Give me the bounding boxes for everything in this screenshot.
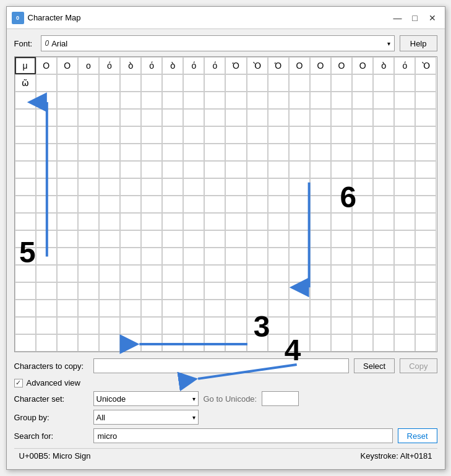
char-cell[interactable] bbox=[162, 265, 183, 282]
char-cell[interactable] bbox=[57, 144, 78, 161]
char-cell[interactable] bbox=[141, 74, 162, 92]
char-cell[interactable] bbox=[247, 317, 268, 334]
char-cell[interactable]: ό bbox=[183, 57, 204, 74]
char-cell[interactable] bbox=[183, 265, 204, 282]
char-cell[interactable] bbox=[120, 92, 141, 109]
char-cell[interactable] bbox=[352, 230, 373, 248]
char-cell[interactable] bbox=[415, 282, 436, 300]
char-cell[interactable] bbox=[15, 213, 36, 230]
char-cell[interactable]: ό bbox=[99, 57, 120, 74]
char-cell[interactable] bbox=[373, 92, 394, 109]
char-cell[interactable] bbox=[352, 178, 373, 196]
maximize-button[interactable]: □ bbox=[408, 11, 423, 25]
char-cell[interactable] bbox=[310, 196, 331, 213]
char-cell[interactable] bbox=[57, 317, 78, 334]
char-cell[interactable] bbox=[373, 196, 394, 213]
char-cell[interactable] bbox=[162, 230, 183, 248]
char-cell[interactable] bbox=[183, 230, 204, 248]
char-cell[interactable]: μ bbox=[15, 57, 36, 74]
char-cell[interactable] bbox=[331, 248, 352, 265]
char-cell[interactable] bbox=[268, 161, 289, 178]
char-cell[interactable]: Ο bbox=[36, 57, 57, 74]
char-cell[interactable] bbox=[120, 144, 141, 161]
char-cell[interactable] bbox=[183, 126, 204, 144]
char-cell[interactable] bbox=[247, 144, 268, 161]
char-cell[interactable] bbox=[78, 196, 99, 213]
char-cell[interactable] bbox=[373, 248, 394, 265]
char-cell[interactable]: ό bbox=[394, 57, 415, 74]
char-cell[interactable] bbox=[225, 265, 246, 282]
char-cell[interactable] bbox=[247, 178, 268, 196]
char-cell[interactable]: ό bbox=[204, 57, 225, 74]
group-by-dropdown[interactable]: All ▾ bbox=[93, 410, 199, 425]
char-cell[interactable] bbox=[204, 126, 225, 144]
char-cell[interactable] bbox=[415, 196, 436, 213]
advanced-view-checkbox[interactable]: ✓ bbox=[14, 379, 23, 387]
char-cell[interactable] bbox=[225, 230, 246, 248]
char-cell[interactable] bbox=[99, 196, 120, 213]
char-cell[interactable] bbox=[331, 334, 352, 352]
char-cell[interactable] bbox=[247, 334, 268, 352]
char-cell[interactable] bbox=[204, 265, 225, 282]
char-cell[interactable] bbox=[141, 317, 162, 334]
char-cell[interactable] bbox=[247, 109, 268, 126]
char-cell[interactable] bbox=[415, 334, 436, 352]
char-cell[interactable] bbox=[331, 161, 352, 178]
char-cell[interactable] bbox=[331, 265, 352, 282]
char-cell[interactable] bbox=[204, 248, 225, 265]
char-cell[interactable] bbox=[183, 213, 204, 230]
char-cell[interactable] bbox=[183, 282, 204, 300]
char-cell[interactable] bbox=[183, 178, 204, 196]
char-cell[interactable] bbox=[141, 213, 162, 230]
char-cell[interactable] bbox=[352, 196, 373, 213]
char-cell[interactable] bbox=[183, 317, 204, 334]
char-cell[interactable] bbox=[57, 196, 78, 213]
char-cell[interactable] bbox=[99, 161, 120, 178]
char-cell[interactable] bbox=[268, 109, 289, 126]
char-cell[interactable] bbox=[36, 92, 57, 109]
char-cell[interactable] bbox=[352, 265, 373, 282]
char-cell[interactable] bbox=[15, 230, 36, 248]
char-cell[interactable] bbox=[331, 300, 352, 317]
char-cell[interactable] bbox=[415, 161, 436, 178]
char-cell[interactable] bbox=[99, 74, 120, 92]
char-cell[interactable] bbox=[352, 317, 373, 334]
char-cell[interactable] bbox=[78, 213, 99, 230]
char-cell[interactable] bbox=[289, 109, 310, 126]
char-cell[interactable] bbox=[162, 282, 183, 300]
char-cell[interactable] bbox=[352, 109, 373, 126]
char-cell[interactable] bbox=[99, 230, 120, 248]
char-cell[interactable] bbox=[15, 317, 36, 334]
char-cell[interactable] bbox=[204, 74, 225, 92]
char-cell[interactable] bbox=[415, 300, 436, 317]
char-cell[interactable] bbox=[120, 178, 141, 196]
char-cell[interactable] bbox=[225, 161, 246, 178]
char-cell[interactable] bbox=[36, 317, 57, 334]
char-cell[interactable] bbox=[310, 317, 331, 334]
char-cell[interactable]: Ο bbox=[310, 57, 331, 74]
char-cell[interactable] bbox=[57, 74, 78, 92]
char-cell[interactable] bbox=[310, 74, 331, 92]
copy-input[interactable] bbox=[93, 358, 350, 373]
char-cell[interactable] bbox=[289, 126, 310, 144]
char-cell[interactable] bbox=[57, 334, 78, 352]
char-cell[interactable] bbox=[225, 74, 246, 92]
char-cell[interactable]: ὸ bbox=[373, 57, 394, 74]
char-cell[interactable] bbox=[15, 248, 36, 265]
char-cell[interactable] bbox=[162, 334, 183, 352]
char-cell[interactable] bbox=[15, 161, 36, 178]
char-cell[interactable] bbox=[120, 74, 141, 92]
char-cell[interactable] bbox=[225, 300, 246, 317]
char-cell[interactable] bbox=[57, 265, 78, 282]
char-cell[interactable] bbox=[225, 317, 246, 334]
char-cell[interactable] bbox=[15, 109, 36, 126]
char-cell[interactable] bbox=[289, 282, 310, 300]
char-cell[interactable] bbox=[141, 144, 162, 161]
char-cell[interactable] bbox=[352, 126, 373, 144]
char-cell[interactable] bbox=[268, 265, 289, 282]
help-button[interactable]: Help bbox=[400, 35, 437, 51]
char-cell[interactable] bbox=[141, 161, 162, 178]
char-cell[interactable] bbox=[331, 126, 352, 144]
char-cell[interactable] bbox=[78, 334, 99, 352]
char-cell[interactable] bbox=[36, 282, 57, 300]
